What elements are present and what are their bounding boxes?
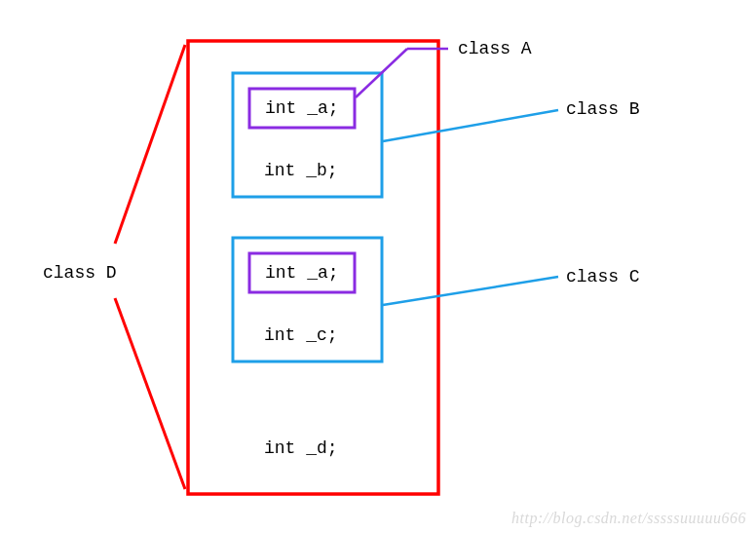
label-class-b: class B — [566, 99, 640, 119]
member-int-d: int _d; — [264, 438, 338, 458]
label-class-c: class C — [566, 267, 640, 286]
class-d-line-bottom — [115, 298, 185, 489]
class-b-line — [383, 110, 558, 141]
label-class-a: class A — [458, 39, 532, 58]
member-int-a-2: int _a; — [265, 263, 339, 283]
member-int-b: int _b; — [264, 161, 338, 180]
member-int-a-1: int _a; — [265, 98, 339, 118]
watermark-text: http://blog.csdn.net/sssssuuuuu666 — [511, 510, 746, 527]
class-d-line-top — [115, 45, 185, 244]
class-c-line — [383, 277, 558, 305]
label-class-d: class D — [43, 263, 117, 283]
member-int-c: int _c; — [264, 325, 338, 345]
